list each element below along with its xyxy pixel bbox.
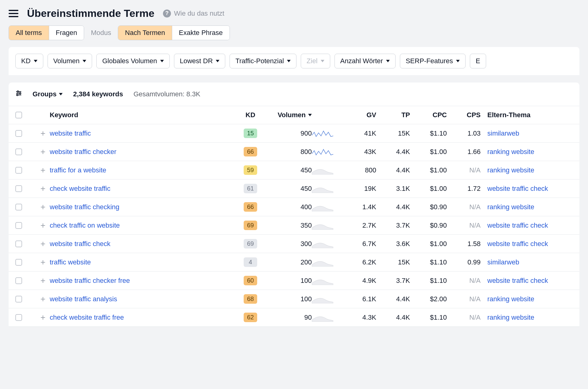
select-all-checkbox[interactable]	[15, 112, 22, 118]
volume-value: 400	[266, 203, 312, 211]
cpc-value: $1.00	[410, 166, 447, 174]
row-checkbox[interactable]	[15, 259, 22, 266]
parent-topic-link[interactable]: similarweb	[487, 258, 519, 266]
volume-value: 450	[266, 166, 312, 174]
parent-topic-link[interactable]: ranking website	[487, 148, 534, 156]
menu-icon[interactable]	[9, 10, 18, 17]
parent-topic-link[interactable]: ranking website	[487, 166, 534, 174]
kd-badge: 62	[244, 313, 257, 322]
row-checkbox[interactable]	[15, 204, 22, 210]
sparkline-icon	[312, 148, 333, 156]
expand-icon[interactable]: +	[36, 313, 50, 322]
volume-value: 90	[266, 314, 312, 322]
parent-topic-link[interactable]: ranking website	[487, 295, 534, 303]
filter-kd[interactable]: KD	[15, 54, 43, 68]
filter-anzahl-woerter[interactable]: Anzahl Wörter	[335, 54, 396, 68]
col-eltern-thema[interactable]: Eltern-Thema	[481, 111, 573, 119]
col-gv[interactable]: GV	[339, 111, 376, 119]
row-checkbox[interactable]	[15, 167, 22, 174]
expand-icon[interactable]: +	[36, 148, 50, 156]
keyword-link[interactable]: website traffic checker	[50, 148, 116, 156]
parent-topic-link[interactable]: ranking website	[487, 203, 534, 211]
parent-topic-link[interactable]: similarweb	[487, 129, 519, 137]
keyword-link[interactable]: check website traffic free	[50, 314, 124, 321]
table-row: +check website traffic6145019K3.1K$1.001…	[9, 179, 579, 198]
row-checkbox[interactable]	[15, 148, 22, 155]
filter-serp-features[interactable]: SERP-Features	[400, 54, 466, 68]
parent-topic-link[interactable]: website traffic check	[487, 185, 548, 192]
expand-icon[interactable]: +	[36, 221, 50, 230]
tab-all-terms[interactable]: All terms	[9, 26, 49, 40]
row-checkbox[interactable]	[15, 185, 22, 192]
filter-traffic-potenzial[interactable]: Traffic-Potenzial	[230, 54, 296, 68]
col-kd[interactable]: KD	[235, 111, 266, 119]
groups-dropdown[interactable]: Groups	[33, 90, 63, 98]
tab-fragen[interactable]: Fragen	[49, 26, 84, 40]
cpc-value: $1.10	[410, 314, 447, 322]
row-checkbox[interactable]	[15, 241, 22, 247]
keyword-link[interactable]: website traffic check	[50, 240, 110, 248]
tab-exakte-phrase[interactable]: Exakte Phrase	[172, 26, 230, 40]
keyword-link[interactable]: website traffic	[50, 129, 91, 137]
sparkline-icon	[312, 295, 333, 303]
keyword-link[interactable]: website traffic checker free	[50, 277, 130, 284]
help-link[interactable]: ? Wie du das nutzt	[163, 10, 224, 17]
svg-point-1	[17, 91, 19, 92]
expand-icon[interactable]: +	[36, 240, 50, 248]
row-checkbox[interactable]	[15, 130, 22, 137]
total-volume: Gesamtvolumen: 8.3K	[133, 90, 200, 98]
col-tp[interactable]: TP	[376, 111, 410, 119]
tp-value: 15K	[376, 258, 410, 266]
keyword-link[interactable]: traffic website	[50, 258, 91, 266]
expand-icon[interactable]: +	[36, 184, 50, 193]
cps-value: 1.58	[447, 240, 481, 248]
expand-icon[interactable]: +	[36, 276, 50, 285]
parent-topic-link[interactable]: website traffic check	[487, 221, 548, 229]
expand-icon[interactable]: +	[36, 295, 50, 303]
tp-value: 3.6K	[376, 240, 410, 248]
keyword-link[interactable]: traffic for a website	[50, 166, 106, 174]
segment-mode: Nach Termen Exakte Phrase	[118, 25, 230, 40]
keyword-link[interactable]: website traffic analysis	[50, 295, 117, 303]
table-row: +check traffic on website693502.7K3.7K$0…	[9, 216, 579, 235]
filter-more[interactable]: E	[470, 54, 486, 68]
sliders-icon[interactable]	[15, 90, 22, 98]
filter-globales-volumen[interactable]: Globales Volumen	[96, 54, 170, 68]
volume-value: 350	[266, 221, 312, 229]
parent-topic-link[interactable]: website traffic check	[487, 240, 548, 248]
keyword-link[interactable]: check website traffic	[50, 185, 110, 192]
keyword-link[interactable]: website traffic checking	[50, 203, 119, 211]
gv-value: 6.2K	[339, 258, 376, 266]
row-checkbox[interactable]	[15, 296, 22, 302]
keyword-link[interactable]: check traffic on website	[50, 221, 120, 229]
filter-lowest-dr[interactable]: Lowest DR	[174, 54, 226, 68]
expand-icon[interactable]: +	[36, 203, 50, 211]
table-row: +traffic website42006.2K15K$1.100.99simi…	[9, 253, 579, 272]
col-cps[interactable]: CPS	[447, 111, 481, 119]
expand-icon[interactable]: +	[36, 258, 50, 267]
row-checkbox[interactable]	[15, 222, 22, 229]
cps-value: N/A	[447, 203, 481, 211]
caret-down-icon	[287, 60, 291, 62]
parent-topic-link[interactable]: ranking website	[487, 314, 534, 321]
gv-value: 6.1K	[339, 295, 376, 303]
col-volumen[interactable]: Volumen	[266, 111, 312, 119]
row-checkbox[interactable]	[15, 277, 22, 284]
volume-value: 300	[266, 240, 312, 248]
col-keyword[interactable]: Keyword	[50, 111, 235, 119]
parent-topic-link[interactable]: website traffic check	[487, 277, 548, 284]
gv-value: 19K	[339, 185, 376, 193]
cps-value: N/A	[447, 295, 481, 303]
sparkline-icon	[312, 184, 333, 193]
table-row: +website traffic checker6680043K4.4K$1.0…	[9, 143, 579, 161]
col-cpc[interactable]: CPC	[410, 111, 447, 119]
row-checkbox[interactable]	[15, 314, 22, 321]
summary-bar: Groups 2,384 keywords Gesamtvolumen: 8.3…	[9, 83, 579, 106]
filter-ziel: Ziel	[301, 54, 330, 68]
filter-volumen[interactable]: Volumen	[48, 54, 92, 68]
expand-icon[interactable]: +	[36, 129, 50, 138]
expand-icon[interactable]: +	[36, 166, 50, 175]
cpc-value: $1.10	[410, 129, 447, 137]
tab-nach-termen[interactable]: Nach Termen	[118, 26, 172, 40]
cpc-value: $1.00	[410, 148, 447, 156]
